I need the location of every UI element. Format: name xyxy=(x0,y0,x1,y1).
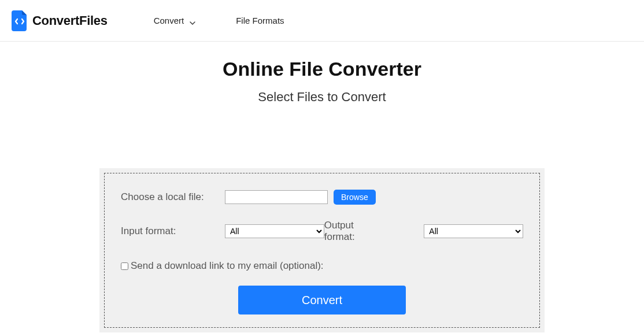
nav-convert[interactable]: Convert xyxy=(154,16,196,25)
form-container: Choose a local file: Browse Input format… xyxy=(99,168,545,332)
nav-file-formats-label: File Formats xyxy=(236,16,284,25)
nav-file-formats[interactable]: File Formats xyxy=(236,16,284,25)
header: ConvertFiles Convert File Formats xyxy=(0,0,644,42)
logo[interactable]: ConvertFiles xyxy=(12,10,108,31)
chevron-down-icon xyxy=(190,18,195,24)
row-formats: Input format: All Output format: All xyxy=(121,220,523,243)
file-input[interactable] xyxy=(225,190,328,204)
email-checkbox[interactable] xyxy=(121,262,128,270)
logo-text: ConvertFiles xyxy=(32,13,108,28)
page-subtitle: Select Files to Convert xyxy=(0,90,644,105)
form-inner: Choose a local file: Browse Input format… xyxy=(104,173,540,328)
nav: Convert File Formats xyxy=(154,16,284,25)
output-format-label: Output format: xyxy=(324,220,385,243)
choose-file-label: Choose a local file: xyxy=(121,191,225,203)
convert-button-wrap: Convert xyxy=(121,286,523,314)
main: Online File Converter Select Files to Co… xyxy=(0,42,644,332)
nav-convert-label: Convert xyxy=(154,16,184,25)
page-title: Online File Converter xyxy=(0,58,644,80)
row-choose-file: Choose a local file: Browse xyxy=(121,190,523,205)
input-format-select[interactable]: All xyxy=(225,224,324,238)
convert-button[interactable]: Convert xyxy=(238,286,406,314)
browse-button[interactable]: Browse xyxy=(334,190,376,205)
input-format-label: Input format: xyxy=(121,225,225,237)
row-email: Send a download link to my email (option… xyxy=(121,260,523,272)
logo-icon xyxy=(12,10,28,31)
output-format-select[interactable]: All xyxy=(424,224,523,238)
email-checkbox-label: Send a download link to my email (option… xyxy=(131,260,324,272)
